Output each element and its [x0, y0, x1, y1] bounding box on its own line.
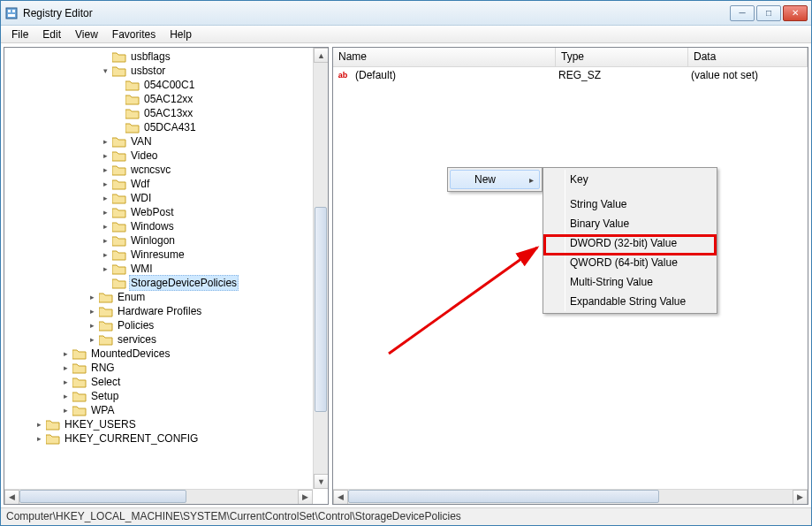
- tree-item-label: Enum: [116, 290, 147, 304]
- expand-icon[interactable]: ▸: [61, 392, 71, 401]
- tree-item-label: 05AC13xx: [142, 106, 194, 120]
- expand-icon[interactable]: ▸: [101, 264, 110, 274]
- tree-item-label: 05DCA431: [142, 120, 198, 134]
- expand-icon[interactable]: ▸: [101, 151, 110, 161]
- menu-item-qword-value[interactable]: QWORD (64-bit) Value: [545, 253, 715, 272]
- scroll-left-button[interactable]: ◀: [4, 490, 19, 505]
- highlight-box: [543, 234, 717, 255]
- scroll-right-button[interactable]: ▶: [793, 490, 808, 505]
- tree-item[interactable]: ▸HKEY_CURRENT_CONFIG: [8, 431, 328, 446]
- menu-item-multistring-value[interactable]: Multi-String Value: [545, 272, 715, 292]
- tree-item[interactable]: ▸services: [8, 332, 328, 347]
- expand-icon[interactable]: ▸: [87, 321, 97, 331]
- column-name[interactable]: Name: [333, 48, 556, 66]
- tree-item[interactable]: ▸WPA: [8, 403, 328, 417]
- menu-view[interactable]: View: [68, 27, 105, 42]
- minimize-button[interactable]: ─: [730, 5, 755, 21]
- expand-icon[interactable]: ▸: [61, 406, 71, 415]
- tree-item[interactable]: 05AC12xx: [8, 92, 328, 106]
- tree-item[interactable]: ▸WDI: [8, 191, 328, 205]
- expand-icon[interactable]: ▸: [61, 363, 71, 373]
- tree-item[interactable]: ▸Winlogon: [8, 233, 328, 248]
- tree-item[interactable]: ▸Winresume: [8, 248, 328, 262]
- twisty-none: [114, 123, 124, 133]
- menu-item-expandstring-value[interactable]: Expandable String Value: [545, 292, 715, 311]
- tree-item[interactable]: ▸MountedDevices: [8, 347, 328, 361]
- expand-icon[interactable]: ▸: [61, 377, 71, 387]
- tree-item[interactable]: ▸Enum: [8, 290, 328, 304]
- value-row[interactable]: ab (Default) REG_SZ (value not set): [333, 67, 808, 83]
- titlebar[interactable]: Registry Editor ─ □ ✕: [1, 1, 811, 26]
- scroll-right-button[interactable]: ▶: [298, 490, 313, 505]
- tree-item[interactable]: ▸WMI: [8, 262, 328, 276]
- tree-pane[interactable]: usbflags▾usbstor054C00C105AC12xx05AC13xx…: [4, 47, 329, 505]
- expand-icon[interactable]: ▸: [101, 208, 110, 217]
- twisty-none: [114, 80, 124, 90]
- menu-item-key[interactable]: Key: [545, 170, 715, 189]
- expand-icon[interactable]: ▸: [87, 293, 97, 302]
- expand-icon[interactable]: ▸: [101, 165, 110, 175]
- tree-horizontal-scrollbar[interactable]: ◀ ▶: [4, 489, 313, 504]
- expand-icon[interactable]: ▸: [101, 179, 110, 189]
- column-type[interactable]: Type: [556, 48, 688, 66]
- folder-icon: [112, 207, 126, 218]
- tree-item[interactable]: 05DCA431: [8, 120, 328, 134]
- tree-item-label: 054C00C1: [142, 78, 196, 92]
- folder-icon: [72, 362, 87, 374]
- svg-rect-3: [8, 14, 15, 17]
- scroll-left-button[interactable]: ◀: [333, 490, 348, 505]
- tree-item[interactable]: ▸wcncsvc: [8, 163, 328, 177]
- collapse-icon[interactable]: ▾: [101, 66, 110, 76]
- tree-item[interactable]: 054C00C1: [8, 78, 328, 92]
- folder-icon: [112, 221, 126, 233]
- values-horizontal-scrollbar[interactable]: ◀ ▶: [333, 489, 808, 504]
- tree-item-label: Windows: [129, 219, 176, 233]
- menu-edit[interactable]: Edit: [35, 27, 68, 42]
- expand-icon[interactable]: ▸: [34, 434, 44, 444]
- folder-icon: [72, 348, 87, 360]
- tree-item[interactable]: ▸Wdf: [8, 177, 328, 191]
- tree-item[interactable]: ▸RNG: [8, 361, 328, 375]
- expand-icon[interactable]: ▸: [101, 250, 110, 260]
- expand-icon[interactable]: ▸: [101, 137, 110, 147]
- tree-item[interactable]: ▸Windows: [8, 219, 328, 233]
- menu-item-new[interactable]: New: [450, 170, 540, 189]
- menu-file[interactable]: File: [4, 27, 35, 42]
- tree-item[interactable]: ▸Select: [8, 375, 328, 389]
- tree-item[interactable]: 05AC13xx: [8, 106, 328, 120]
- tree-item[interactable]: ▸Hardware Profiles: [8, 304, 328, 318]
- scroll-thumb[interactable]: [348, 490, 659, 503]
- tree-item[interactable]: ▸HKEY_USERS: [8, 417, 328, 431]
- expand-icon[interactable]: ▸: [87, 307, 97, 316]
- tree-item[interactable]: ▸Policies: [8, 318, 328, 332]
- column-data[interactable]: Data: [688, 48, 808, 66]
- scroll-thumb[interactable]: [19, 490, 186, 503]
- expand-icon[interactable]: ▸: [101, 236, 110, 246]
- menu-item-string-value[interactable]: String Value: [545, 194, 715, 214]
- tree-item[interactable]: ▸VAN: [8, 134, 328, 149]
- menu-item-binary-value[interactable]: Binary Value: [545, 214, 715, 233]
- expand-icon[interactable]: ▸: [101, 222, 110, 232]
- tree-item[interactable]: ▸Setup: [8, 389, 328, 403]
- tree-item-label: usbflags: [129, 50, 172, 64]
- tree-item-label: StorageDevicePolicies: [129, 275, 239, 291]
- tree-vertical-scrollbar[interactable]: ▲ ▼: [313, 48, 328, 489]
- menu-help[interactable]: Help: [163, 27, 199, 42]
- menu-favorites[interactable]: Favorites: [105, 27, 163, 42]
- scroll-up-button[interactable]: ▲: [314, 48, 329, 63]
- close-button[interactable]: ✕: [783, 5, 808, 21]
- expand-icon[interactable]: ▸: [61, 349, 71, 359]
- expand-icon[interactable]: ▸: [87, 335, 97, 345]
- scroll-thumb[interactable]: [315, 207, 327, 413]
- tree-item[interactable]: ▸Video: [8, 149, 328, 163]
- folder-icon: [46, 433, 60, 445]
- tree-item[interactable]: StorageDevicePolicies: [8, 276, 328, 290]
- folder-icon: [112, 51, 126, 63]
- maximize-button[interactable]: □: [756, 5, 781, 21]
- tree-item[interactable]: ▸WebPost: [8, 205, 328, 219]
- tree-item[interactable]: ▾usbstor: [8, 64, 328, 78]
- expand-icon[interactable]: ▸: [34, 420, 44, 430]
- tree-item[interactable]: usbflags: [8, 50, 328, 64]
- expand-icon[interactable]: ▸: [101, 194, 110, 203]
- scroll-down-button[interactable]: ▼: [314, 474, 329, 489]
